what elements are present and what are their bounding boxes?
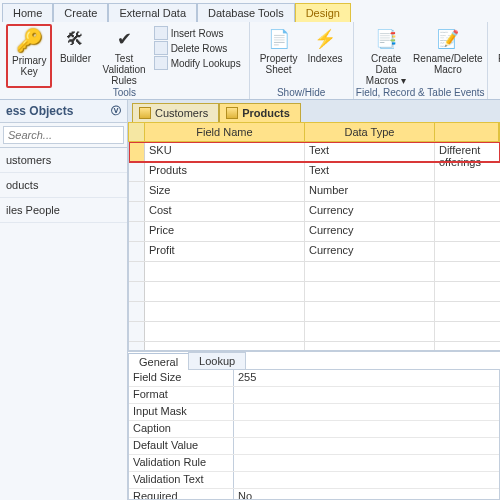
table-tab-customers[interactable]: Customers xyxy=(132,103,219,122)
cell-field-name[interactable]: SKU xyxy=(145,142,305,161)
property-sheet-button[interactable]: 📄 Property Sheet xyxy=(256,24,302,77)
cell-description[interactable] xyxy=(435,322,500,341)
row-selector[interactable] xyxy=(129,222,145,241)
table-tab-products[interactable]: Products xyxy=(219,103,301,122)
chevron-circle-icon[interactable]: ⓥ xyxy=(111,104,121,118)
tab-create[interactable]: Create xyxy=(53,3,108,22)
property-row[interactable]: Default Value xyxy=(129,438,499,455)
nav-item-customers[interactable]: ustomers xyxy=(0,148,127,173)
cell-field-name[interactable] xyxy=(145,342,305,350)
tab-design[interactable]: Design xyxy=(295,3,351,22)
row-selector[interactable] xyxy=(129,302,145,321)
table-row[interactable] xyxy=(129,302,500,322)
table-row[interactable]: PriceCurrency xyxy=(129,222,500,242)
property-row[interactable]: Input Mask xyxy=(129,404,499,421)
cell-field-name[interactable] xyxy=(145,302,305,321)
cell-field-name[interactable]: Profit xyxy=(145,242,305,261)
tab-home[interactable]: Home xyxy=(2,3,53,22)
table-row[interactable]: CostCurrency xyxy=(129,202,500,222)
property-value[interactable]: No xyxy=(234,489,499,500)
cell-description[interactable] xyxy=(435,222,500,241)
cell-data-type[interactable] xyxy=(305,302,435,321)
cell-description[interactable] xyxy=(435,302,500,321)
table-row[interactable]: SKUTextDifferent offerings xyxy=(129,142,500,162)
cell-description[interactable] xyxy=(435,282,500,301)
modify-lookups-button[interactable]: Modify Lookups xyxy=(154,56,241,70)
primary-key-button[interactable]: 🔑 Primary Key xyxy=(8,26,50,79)
cell-data-type[interactable] xyxy=(305,342,435,350)
table-row[interactable]: ProfitCurrency xyxy=(129,242,500,262)
property-value[interactable]: 255 xyxy=(234,370,499,386)
table-row[interactable] xyxy=(129,262,500,282)
cell-field-name[interactable]: Price xyxy=(145,222,305,241)
property-row[interactable]: RequiredNo xyxy=(129,489,499,500)
cell-data-type[interactable] xyxy=(305,262,435,281)
relationships-button[interactable]: ⬚ Relationships xyxy=(494,24,500,77)
cell-data-type[interactable]: Currency xyxy=(305,222,435,241)
tab-external-data[interactable]: External Data xyxy=(108,3,197,22)
row-selector[interactable] xyxy=(129,142,145,161)
cell-field-name[interactable]: Cost xyxy=(145,202,305,221)
prop-tab-general[interactable]: General xyxy=(128,353,189,370)
insert-rows-button[interactable]: Insert Rows xyxy=(154,26,241,40)
indexes-button[interactable]: ⚡ Indexes xyxy=(303,24,346,77)
col-field-name[interactable]: Field Name xyxy=(145,123,305,141)
cell-field-name[interactable] xyxy=(145,322,305,341)
cell-field-name[interactable]: Size xyxy=(145,182,305,201)
cell-data-type[interactable] xyxy=(305,282,435,301)
prop-tab-lookup[interactable]: Lookup xyxy=(188,352,246,369)
property-value[interactable] xyxy=(234,455,499,471)
row-selector-header[interactable] xyxy=(129,123,145,141)
property-value[interactable] xyxy=(234,387,499,403)
property-value[interactable] xyxy=(234,404,499,420)
design-grid[interactable]: SKUTextDifferent offerings ProdutsTextSi… xyxy=(128,142,500,350)
cell-description[interactable] xyxy=(435,262,500,281)
delete-rows-button[interactable]: Delete Rows xyxy=(154,41,241,55)
cell-description[interactable] xyxy=(435,202,500,221)
cell-description[interactable] xyxy=(435,182,500,201)
nav-item-products[interactable]: oducts xyxy=(0,173,127,198)
cell-data-type[interactable]: Text xyxy=(305,162,435,181)
cell-data-type[interactable] xyxy=(305,322,435,341)
table-row[interactable] xyxy=(129,342,500,350)
cell-field-name[interactable]: Produts xyxy=(145,162,305,181)
table-row[interactable] xyxy=(129,322,500,342)
create-data-macros-button[interactable]: 📑 Create Data Macros ▾ xyxy=(360,24,413,88)
row-selector[interactable] xyxy=(129,242,145,261)
property-value[interactable] xyxy=(234,421,499,437)
cell-data-type[interactable]: Currency xyxy=(305,242,435,261)
col-data-type[interactable]: Data Type xyxy=(305,123,435,141)
cell-description[interactable]: Different offerings xyxy=(435,142,500,161)
row-selector[interactable] xyxy=(129,322,145,341)
builder-button[interactable]: 🛠 Builder xyxy=(54,24,96,88)
row-selector[interactable] xyxy=(129,342,145,350)
property-row[interactable]: Caption xyxy=(129,421,499,438)
cell-data-type[interactable]: Number xyxy=(305,182,435,201)
row-selector[interactable] xyxy=(129,282,145,301)
row-selector[interactable] xyxy=(129,202,145,221)
property-row[interactable]: Validation Text xyxy=(129,472,499,489)
row-selector[interactable] xyxy=(129,182,145,201)
cell-field-name[interactable] xyxy=(145,262,305,281)
table-row[interactable]: SizeNumber xyxy=(129,182,500,202)
col-description[interactable]: Description xyxy=(435,123,499,141)
nav-header[interactable]: ess Objects ⓥ xyxy=(0,100,127,123)
cell-field-name[interactable] xyxy=(145,282,305,301)
tab-database-tools[interactable]: Database Tools xyxy=(197,3,295,22)
nav-item-sales-people[interactable]: iles People xyxy=(0,198,127,223)
cell-data-type[interactable]: Text xyxy=(305,142,435,161)
cell-description[interactable] xyxy=(435,162,500,181)
table-row[interactable] xyxy=(129,282,500,302)
row-selector[interactable] xyxy=(129,262,145,281)
properties-grid[interactable]: Field Size255FormatInput MaskCaptionDefa… xyxy=(128,369,500,500)
row-selector[interactable] xyxy=(129,162,145,181)
cell-description[interactable] xyxy=(435,342,500,350)
property-row[interactable]: Format xyxy=(129,387,499,404)
table-row[interactable]: ProdutsText xyxy=(129,162,500,182)
test-validation-button[interactable]: ✔ Test Validation Rules xyxy=(98,24,149,88)
cell-data-type[interactable]: Currency xyxy=(305,202,435,221)
property-row[interactable]: Validation Rule xyxy=(129,455,499,472)
cell-description[interactable] xyxy=(435,242,500,261)
property-row[interactable]: Field Size255 xyxy=(129,370,499,387)
property-value[interactable] xyxy=(234,472,499,488)
